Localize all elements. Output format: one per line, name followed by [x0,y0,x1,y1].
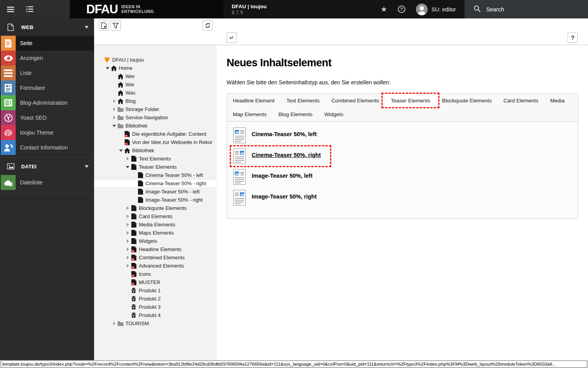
new-page-button[interactable] [99,20,109,31]
sidebar-item-yoast-seo[interactable]: Yoast SEO [0,110,94,125]
tree-node-home[interactable]: Home [94,64,217,72]
tree-toggle-open-icon[interactable] [105,66,110,70]
tree-node-die-eigentliche-aufgabe-content[interactable]: Die eigentliche Aufgabe: Content [94,130,217,138]
tree-node-combined-elements[interactable]: Combined Elements [94,253,217,262]
tree-node-teaser-elements[interactable]: Teaser Elements [94,163,217,171]
tree-node-was[interactable]: Was [94,89,217,97]
tree-toggle-closed-icon[interactable] [125,231,130,235]
tree-toggle-open-icon[interactable] [111,124,117,128]
sidebar-item-anzeigen[interactable]: Anzeigen [0,51,94,66]
context-help-button[interactable]: ? [568,33,578,43]
search-label: Search [486,6,504,13]
dfau-logo[interactable]: DFAU IDEEN IN ENTWICKLUNG [70,0,223,18]
tree-toggle-closed-icon[interactable] [111,99,117,103]
tree-toggle-closed-icon[interactable] [111,116,117,119]
sidebar-item-contact-information[interactable]: Contact Information [0,140,94,155]
page-hidden-icon [130,271,137,277]
tree-node-advanced-elements[interactable]: Advanced Elements [94,262,217,270]
bookmark-star-icon[interactable]: ★ [381,5,387,14]
folder-icon [117,115,124,120]
filter-button[interactable] [111,20,121,31]
tree-toggle-closed-icon[interactable] [125,239,130,243]
tree-toggle-closed-icon[interactable] [125,206,130,210]
tree-toggle-closed-icon[interactable] [125,256,130,259]
tree-node-produkt-2[interactable]: Produkt 2 [94,295,217,303]
search-bar[interactable]: Search [465,0,588,18]
tree-toggle-closed-icon[interactable] [111,107,117,111]
tree-node-blog[interactable]: Blog [94,97,217,105]
tree-node-media-elements[interactable]: Media Elements [94,220,217,229]
tree-node-cinema-teaser-50-right[interactable]: Cinema-Teaser 50% - right [94,179,217,188]
sidebar-item-liste[interactable]: Liste [0,66,94,80]
sidebar-item-dateiliste[interactable]: Dateiliste [0,175,94,190]
content-element-cinema-teaser-50-left[interactable]: Cinema-Teaser 50%, left [233,128,317,145]
tree-node-dfau-toujou[interactable]: DFAU | toujou [94,56,217,64]
tab-widgets[interactable]: Widgets [318,107,349,121]
tree-node-image-teaser-50-right[interactable]: Image-Teaser 50% - right [94,196,217,204]
content-element-label[interactable]: Image-Teaser 50%, left [252,173,312,186]
tree-toggle-closed-icon[interactable] [125,223,130,226]
user-menu[interactable]: SU: editor [416,4,456,15]
tree-node-cinema-teaser-50-left[interactable]: Cinema-Teaser 50% - left [94,171,217,179]
tree-node-service-navigation[interactable]: Service-Navigation [94,113,217,122]
sidebar-section-header-web[interactable]: WEB [0,18,94,36]
tree-node-image-teaser-50-left[interactable]: Image-Teaser 50% - left [94,188,217,196]
sidebar-item-formulare[interactable]: Formulare [0,80,94,95]
sidebar-item-label: toujou Theme [20,129,53,136]
return-button[interactable]: ↵ [227,33,237,43]
tree-node-icons[interactable]: Icons [94,270,217,278]
tab-teaser-elements[interactable]: Teaser Elements [385,94,436,107]
tree-node-produkt-1[interactable]: Produkt 1 [94,286,217,295]
tab-map-elements[interactable]: Map Elements [227,107,272,121]
content-element-image-teaser-50-left[interactable]: Image-Teaser 50%, left [233,169,312,186]
sidebar-item-blog-administration[interactable]: Blog-Administration [0,95,94,110]
tree-node-tourism[interactable]: TOURISM [94,319,217,328]
tree-node-bibliothek[interactable]: Bibliothek [94,146,217,155]
tab-headline-element[interactable]: Headline Element [227,94,281,107]
tree-node-storage-folder[interactable]: Storage Folder [94,105,217,113]
hamburger-menu-icon[interactable] [6,5,15,14]
tab-media[interactable]: Media [544,94,571,107]
sidebar-item-seite[interactable]: Seite [0,36,94,51]
tree-toggle-closed-icon[interactable] [125,264,130,268]
tree-node-label: Widgets [139,238,157,244]
tab-blog-elements[interactable]: Blog Elements [272,107,318,121]
tree-node-maps-elements[interactable]: Maps Elements [94,229,217,237]
tree-toggle-closed-icon[interactable] [125,248,130,251]
tree-node-von-der-idee-zur-webseite-in-rekor[interactable]: Von der Idee zur Webseite in Rekor [94,138,217,146]
module-menu-icon[interactable] [25,5,34,14]
tree-node-blockquote-elements[interactable]: Blockquote Elements [94,204,217,212]
tree-node-wie[interactable]: Wie [94,80,217,89]
help-icon[interactable]: ? [398,5,405,13]
tree-node-widgets[interactable]: Widgets [94,237,217,245]
tree-toggle-closed-icon[interactable] [125,157,130,160]
tree-node-text-elements[interactable]: Text Elements [94,155,217,163]
tree-node-produkt-3[interactable]: Produkt 3 [94,303,217,311]
content-element-label[interactable]: Cinema-Teaser 50%, left [252,131,317,145]
tab-card-elements[interactable]: Card Elements [497,94,544,107]
sidebar-section-header-datei[interactable]: DATEI [0,158,94,175]
tree-node-produkt-4[interactable]: Produkt 4 [94,311,217,319]
tree-node-muster[interactable]: MUSTER [94,278,217,286]
tree-node-card-elements[interactable]: Card Elements [94,212,217,220]
tree-node-headline-elements[interactable]: Headline Elements [94,245,217,253]
tree-toggle-closed-icon[interactable] [111,322,117,325]
fingerprint-icon [1,125,16,140]
content-element-label[interactable]: Image-Teaser 50%, right [252,193,317,207]
tree-node-bibliothek[interactable]: Bibliothek [94,122,217,130]
tab-combined-elements[interactable]: Combined Elements [325,94,385,107]
content-element-image-teaser-50-right[interactable]: Image-Teaser 50%, right [233,190,317,207]
sidebar-section-label: WEB [21,24,33,30]
tree-toggle-closed-icon[interactable] [125,215,130,218]
sidebar-item-toujou-theme[interactable]: toujou Theme [0,125,94,140]
tab-blockquote-elements[interactable]: Blockquote Elements [436,94,497,107]
content-element-label[interactable]: Cinema-Teaser 50%, right [252,152,321,166]
tree-toggle-open-icon[interactable] [118,149,123,152]
web-section-icon [4,24,17,31]
tree-node-label: Image-Teaser 50% - right [145,197,203,203]
tree-node-wer[interactable]: Wer [94,72,217,80]
refresh-button[interactable] [203,20,213,31]
tree-toggle-open-icon[interactable] [125,165,130,169]
content-element-cinema-teaser-50-right[interactable]: Cinema-Teaser 50%, right [233,148,321,166]
tab-text-elements[interactable]: Text Elements [281,94,326,107]
